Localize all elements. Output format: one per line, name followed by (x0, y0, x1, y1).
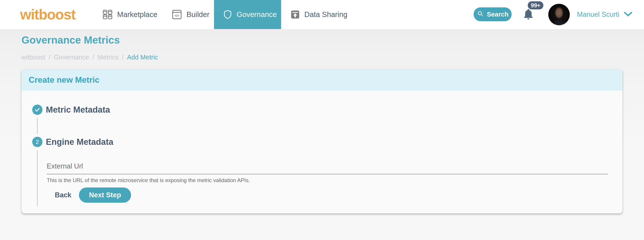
step-connector-line (37, 118, 38, 134)
bell-icon (522, 7, 535, 20)
user-name[interactable]: Manuel Scurti (577, 10, 620, 18)
nav-item-governance-active[interactable]: Governance (214, 0, 281, 29)
step-label: Engine Metadata (46, 137, 113, 147)
step-content-panel: This is the URL of the remote microservi… (37, 150, 622, 206)
notifications-count-badge: 99+ (528, 1, 544, 9)
breadcrumb-item-witboost[interactable]: witboost (22, 54, 45, 61)
breadcrumb-separator: / (48, 54, 50, 61)
card-header: Create new Metric (22, 69, 622, 91)
step-number-circle: 2 (32, 137, 42, 147)
builder-code-icon: </> (171, 9, 183, 20)
nav-item-label: Marketplace (117, 10, 158, 19)
user-avatar[interactable] (548, 4, 570, 25)
external-url-input[interactable] (47, 162, 608, 170)
search-button[interactable]: Search (474, 7, 512, 21)
nav-item-label: Governance (236, 10, 277, 19)
nav-item-label: Builder (186, 10, 210, 19)
chevron-down-icon[interactable] (624, 11, 632, 18)
notifications-button[interactable]: 99+ (522, 1, 544, 28)
step-label: Metric Metadata (46, 105, 110, 115)
search-button-label: Search (487, 11, 508, 18)
step-engine-metadata[interactable]: 2 Engine Metadata (32, 137, 622, 147)
marketplace-grid-icon (102, 9, 113, 20)
breadcrumb-item-governance[interactable]: Governance (54, 54, 89, 61)
breadcrumb-separator: / (122, 54, 124, 61)
breadcrumb: witboost / Governance / Metrics / Add Me… (22, 54, 158, 61)
external-url-field-wrapper (47, 162, 608, 174)
step-completed-check-icon (32, 105, 42, 115)
nav-item-marketplace[interactable]: Marketplace (102, 0, 158, 29)
witboost-logo[interactable]: witboost (20, 6, 75, 23)
nav-item-label: Data Sharing (304, 10, 348, 19)
breadcrumb-item-add-metric: Add Metric (127, 54, 158, 61)
wizard-actions: Back Next Step (47, 188, 622, 203)
breadcrumb-item-metrics[interactable]: Metrics (98, 54, 118, 61)
field-helper-text: This is the URL of the remote microservi… (47, 177, 622, 184)
step-metric-metadata[interactable]: Metric Metadata (32, 105, 622, 115)
app-root: witboost Marketplace </> Builde (0, 0, 644, 29)
nav-item-data-sharing[interactable]: Data Sharing (290, 0, 348, 29)
page-title: Governance Metrics (22, 34, 120, 46)
card-title: Create new Metric (28, 75, 100, 85)
next-step-button[interactable]: Next Step (79, 188, 131, 203)
back-button[interactable]: Back (55, 191, 71, 199)
search-icon (477, 10, 484, 19)
svg-text:</>: </> (175, 14, 179, 17)
top-nav: witboost Marketplace </> Builde (0, 0, 644, 29)
data-sharing-upload-icon (290, 9, 300, 20)
governance-shield-icon (222, 9, 233, 20)
breadcrumb-separator: / (92, 54, 94, 61)
nav-item-builder[interactable]: </> Builder (171, 0, 210, 29)
create-metric-card: Create new Metric Metric Metadata 2 Engi… (22, 69, 622, 214)
